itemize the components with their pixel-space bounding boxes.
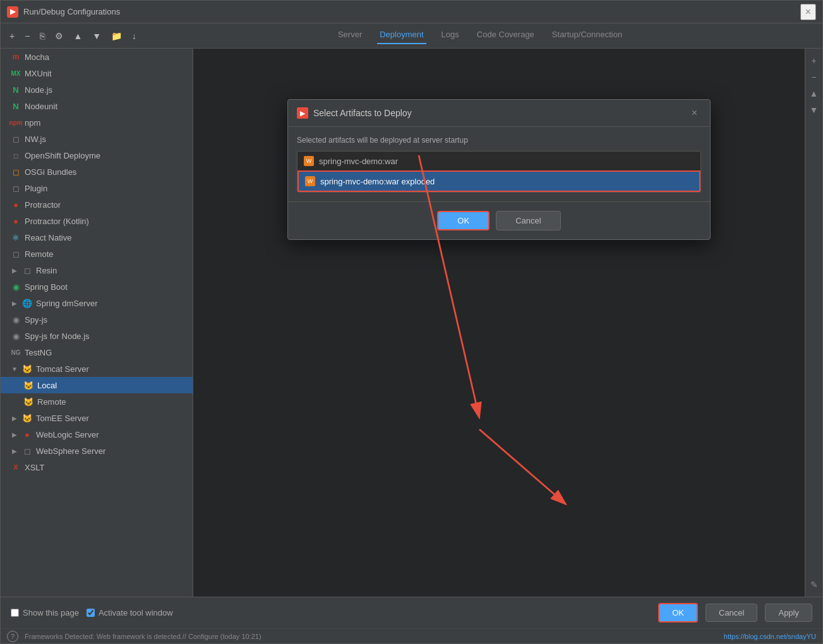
- status-url[interactable]: https://blog.csdn.net/sndayYU: [724, 633, 816, 640]
- resin-arrow-icon: ▶: [11, 266, 18, 274]
- status-bar: ? Frameworks Detected: Web framework is …: [1, 628, 822, 643]
- sidebar-item-tomee[interactable]: ▶ 🐱 TomEE Server: [1, 410, 193, 426]
- tab-startup-connection[interactable]: Startup/Connection: [550, 27, 625, 44]
- sort-button[interactable]: ↓: [128, 28, 140, 44]
- sidebar-label-tomcat-local: Local: [37, 381, 57, 390]
- content-area: m Mocha MX MXUnit N Node.js N Nodeunit n…: [1, 49, 822, 597]
- sidebar-item-spring-dm[interactable]: ▶ 🌐 Spring dmServer: [1, 295, 193, 311]
- folder-button[interactable]: 📁: [107, 28, 126, 44]
- sidebar-item-resin[interactable]: ▶ ◻ Resin: [1, 262, 193, 278]
- sidebar-label-resin: Resin: [36, 266, 57, 275]
- ok-button[interactable]: OK: [658, 603, 698, 623]
- sidebar-item-plugin[interactable]: ◻ Plugin: [1, 180, 193, 196]
- cancel-button[interactable]: Cancel: [706, 604, 757, 622]
- copy-button[interactable]: ⎘: [36, 28, 49, 44]
- spy-js-node-icon: ◉: [11, 331, 21, 341]
- sidebar-item-npm[interactable]: npm npm: [1, 114, 193, 131]
- add-button[interactable]: +: [6, 28, 18, 44]
- sidebar-item-testng[interactable]: NG TestNG: [1, 344, 193, 361]
- right-edit-button[interactable]: ✎: [807, 578, 821, 592]
- websphere-arrow-icon: ▶: [11, 447, 18, 455]
- show-page-label: Show this page: [23, 608, 79, 617]
- testng-icon: NG: [11, 347, 21, 357]
- remove-button[interactable]: −: [21, 28, 33, 44]
- tab-deployment[interactable]: Deployment: [377, 27, 426, 44]
- right-sidebar: + − ▲ ▼ ✎: [805, 49, 822, 597]
- spring-dm-arrow-icon: ▶: [11, 299, 18, 307]
- sidebar-item-tomcat-local[interactable]: 🐱 Local: [1, 377, 193, 393]
- openshift-icon: ◻: [11, 150, 21, 160]
- sidebar-label-spy-js-node: Spy-js for Node.js: [25, 331, 90, 341]
- sidebar-item-spy-js[interactable]: ◉ Spy-js: [1, 311, 193, 328]
- move-down-button[interactable]: ▼: [88, 28, 105, 44]
- sidebar-item-xslt[interactable]: X XSLT: [1, 459, 193, 475]
- xslt-icon: X: [11, 462, 21, 472]
- sidebar-item-nodejs[interactable]: N Node.js: [1, 81, 193, 98]
- right-up-button[interactable]: ▲: [807, 86, 821, 100]
- nodeunit-icon: N: [11, 101, 21, 111]
- main-window: ▶ Run/Debug Configurations × + − ⎘ ⚙ ▲ ▼…: [0, 0, 823, 644]
- sidebar-item-weblogic[interactable]: ▶ ● WebLogic Server: [1, 426, 193, 443]
- right-add-button[interactable]: +: [807, 54, 821, 68]
- sidebar-item-spring-boot[interactable]: ◉ Spring Boot: [1, 278, 193, 295]
- modal-ok-button[interactable]: OK: [437, 211, 490, 230]
- show-page-checkbox-wrap[interactable]: Show this page: [11, 608, 79, 617]
- modal-overlay: ▶ Select Artifacts to Deploy × Selected …: [193, 49, 805, 597]
- artifact-item-war-exploded[interactable]: W spring-mvc-demo:war exploded: [297, 170, 700, 192]
- bottom-bar: Show this page Activate tool window OK C…: [1, 597, 822, 628]
- right-remove-button[interactable]: −: [807, 70, 821, 84]
- war-exploded-icon: W: [305, 176, 315, 186]
- sidebar-item-websphere[interactable]: ▶ ◻ WebSphere Server: [1, 443, 193, 459]
- sidebar-label-weblogic: WebLogic Server: [36, 430, 99, 439]
- tomcat-arrow-icon: ▼: [11, 365, 18, 373]
- settings-button[interactable]: ⚙: [51, 28, 67, 44]
- toolbar: + − ⎘ ⚙ ▲ ▼ 📁 ↓ Server Deployment Logs C…: [1, 23, 822, 49]
- sidebar-item-mxunit[interactable]: MX MXUnit: [1, 65, 193, 81]
- sidebar-item-nwjs[interactable]: ◻ NW.js: [1, 131, 193, 147]
- activate-window-checkbox-wrap[interactable]: Activate tool window: [87, 608, 173, 617]
- sidebar: m Mocha MX MXUnit N Node.js N Nodeunit n…: [1, 49, 193, 597]
- window-title: Run/Debug Configurations: [23, 7, 120, 16]
- move-up-button[interactable]: ▲: [69, 28, 86, 44]
- sidebar-item-mocha[interactable]: m Mocha: [1, 49, 193, 65]
- apply-button[interactable]: Apply: [765, 604, 812, 622]
- window-close-button[interactable]: ×: [800, 4, 816, 20]
- sidebar-label-mocha: Mocha: [25, 52, 49, 62]
- spring-boot-icon: ◉: [11, 282, 21, 292]
- tomcat-local-icon: 🐱: [23, 380, 33, 390]
- help-icon[interactable]: ?: [7, 631, 18, 642]
- artifact-list: W spring-mvc-demo:war W spring-mvc-demo:…: [297, 151, 701, 193]
- sidebar-item-osgi[interactable]: ◻ OSGi Bundles: [1, 164, 193, 180]
- activate-window-checkbox[interactable]: [87, 609, 95, 617]
- sidebar-item-tomcat-server[interactable]: ▼ 🐱 Tomcat Server: [1, 361, 193, 377]
- sidebar-label-plugin: Plugin: [25, 184, 47, 193]
- modal-footer: OK Cancel: [288, 201, 710, 239]
- right-down-button[interactable]: ▼: [807, 103, 821, 117]
- show-page-checkbox[interactable]: [11, 609, 19, 617]
- tab-code-coverage[interactable]: Code Coverage: [474, 27, 537, 44]
- sidebar-label-testng: TestNG: [25, 348, 52, 357]
- tab-logs[interactable]: Logs: [439, 27, 462, 44]
- sidebar-item-spy-js-node[interactable]: ◉ Spy-js for Node.js: [1, 328, 193, 344]
- sidebar-item-protractor[interactable]: ● Protractor: [1, 196, 193, 213]
- artifact-item-war[interactable]: W spring-mvc-demo:war: [297, 152, 700, 170]
- artifact-label-war-exploded: spring-mvc-demo:war exploded: [320, 177, 435, 186]
- title-bar: ▶ Run/Debug Configurations ×: [1, 1, 822, 23]
- sidebar-item-openshift[interactable]: ◻ OpenShift Deployme: [1, 147, 193, 164]
- sidebar-item-remote[interactable]: ◻ Remote: [1, 246, 193, 262]
- react-native-icon: ⚛: [11, 232, 21, 242]
- sidebar-label-xslt: XSLT: [25, 463, 45, 472]
- sidebar-label-react-native: React Native: [25, 233, 71, 242]
- tab-server[interactable]: Server: [335, 27, 364, 44]
- status-text: Frameworks Detected: Web framework is de…: [25, 633, 261, 640]
- sidebar-item-tomcat-remote[interactable]: 🐱 Remote: [1, 393, 193, 410]
- modal-title: Select Artifacts to Deploy: [313, 108, 412, 118]
- sidebar-item-nodeunit[interactable]: N Nodeunit: [1, 98, 193, 114]
- modal-cancel-button[interactable]: Cancel: [496, 211, 560, 230]
- sidebar-item-protractor-kotlin[interactable]: ● Protractor (Kotlin): [1, 213, 193, 229]
- sidebar-label-nwjs: NW.js: [25, 134, 46, 144]
- modal-close-button[interactable]: ×: [688, 106, 701, 120]
- weblogic-icon: ●: [22, 429, 32, 439]
- resin-icon: ◻: [22, 265, 32, 275]
- sidebar-item-react-native[interactable]: ⚛ React Native: [1, 229, 193, 246]
